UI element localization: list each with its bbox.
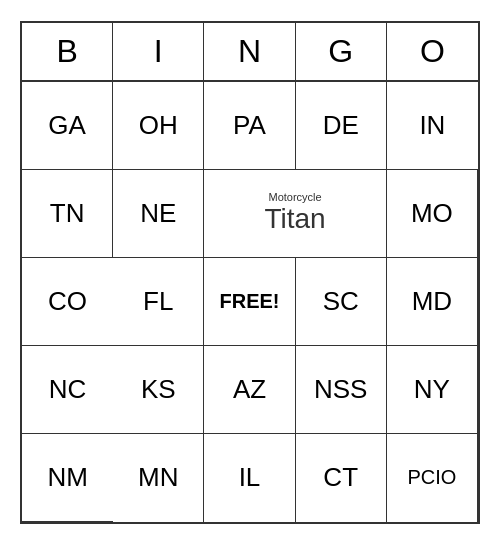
header-g: G [296, 23, 387, 80]
cell-r2c1: TN [22, 170, 113, 258]
cell-r5c4: CT [296, 434, 387, 522]
bingo-card: B I N G O GA OH PA DE IN TN NE Motorcycl… [20, 21, 480, 524]
header-b: B [22, 23, 113, 80]
cell-r3c5: MD [387, 258, 478, 346]
header-n: N [204, 23, 295, 80]
cell-r4c1: NC [22, 346, 113, 434]
cell-r3c1: CO [22, 258, 113, 346]
motorcycle-label: Motorcycle [269, 191, 322, 203]
cell-r1c1: GA [22, 82, 113, 170]
cell-r5c2: MN [113, 434, 204, 522]
cell-r4c2: KS [113, 346, 204, 434]
cell-r5c3: IL [204, 434, 295, 522]
cell-r2c3-motorcycle-titan: Motorcycle Titan [204, 170, 386, 258]
cell-r5c1: NM [22, 434, 113, 522]
cell-r4c4: NSS [296, 346, 387, 434]
cell-r4c3: AZ [204, 346, 295, 434]
cell-r3c3-free: FREE! [204, 258, 295, 346]
bingo-grid: GA OH PA DE IN TN NE Motorcycle Titan MO… [22, 82, 478, 522]
cell-r1c5: IN [387, 82, 478, 170]
header-o: O [387, 23, 478, 80]
cell-r3c2: FL [113, 258, 204, 346]
cell-r1c4: DE [296, 82, 387, 170]
cell-r5c5: PCIO [387, 434, 478, 522]
cell-r3c4: SC [296, 258, 387, 346]
cell-r2c2: NE [113, 170, 204, 258]
cell-r1c2: OH [113, 82, 204, 170]
cell-r4c5: NY [387, 346, 478, 434]
header-i: I [113, 23, 204, 80]
cell-r2c5: MO [387, 170, 478, 258]
bingo-header: B I N G O [22, 23, 478, 82]
cell-r1c3: PA [204, 82, 295, 170]
titan-label: Titan [264, 203, 325, 235]
